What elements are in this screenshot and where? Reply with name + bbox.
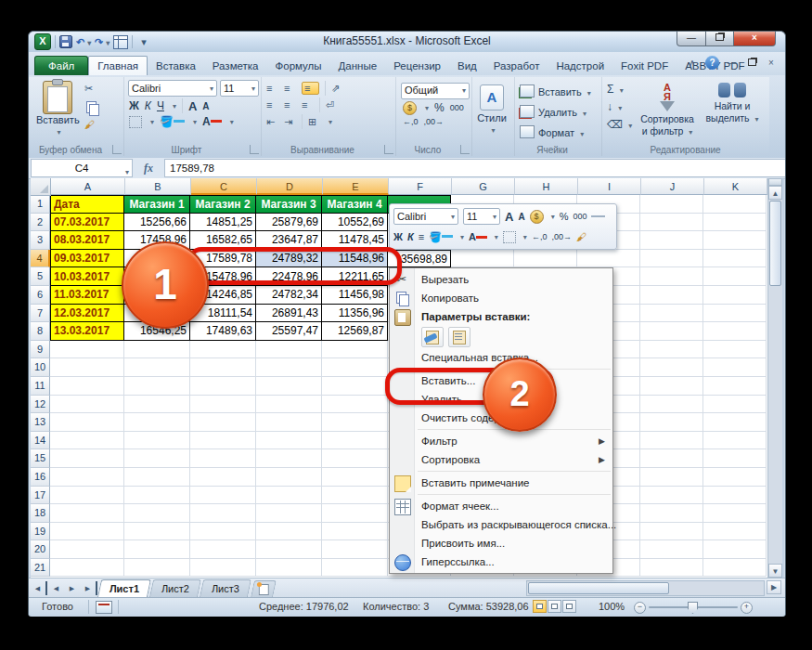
- zoom-level[interactable]: 100%: [599, 601, 625, 612]
- sheet-tab-Лист3[interactable]: Лист3: [200, 579, 251, 597]
- mini-shrink-font-button[interactable]: А: [518, 212, 524, 222]
- row-header-20[interactable]: 20: [31, 540, 50, 559]
- cell-K4[interactable]: [703, 250, 767, 268]
- find-select-button[interactable]: Найти и выделить ▾: [705, 83, 759, 124]
- scroll-up-icon[interactable]: ▲: [768, 186, 782, 200]
- increase-decimal-button[interactable]: ←,0: [403, 117, 419, 126]
- mini-fill-color-button[interactable]: 🪣: [429, 231, 453, 243]
- cell-J10[interactable]: [640, 358, 703, 377]
- formula-input[interactable]: 17589,78: [164, 159, 785, 177]
- cell-C20[interactable]: [190, 540, 256, 559]
- cell-E17[interactable]: [322, 487, 388, 505]
- row-header-12[interactable]: 12: [31, 396, 50, 414]
- cell-B2[interactable]: 15256,66: [124, 214, 190, 232]
- cell-K3[interactable]: [703, 231, 767, 250]
- cell-K11[interactable]: [703, 377, 767, 396]
- cell-B21[interactable]: [124, 559, 190, 578]
- collapse-ribbon-icon[interactable]: ∧: [686, 58, 699, 68]
- fx-icon[interactable]: fx: [133, 162, 164, 176]
- fill-color-button[interactable]: 🪣: [160, 115, 185, 128]
- zoom-in-icon[interactable]: +: [741, 602, 753, 614]
- cell-D19[interactable]: [256, 523, 322, 541]
- row-header-6[interactable]: 6: [31, 286, 50, 305]
- cell-D11[interactable]: [256, 377, 322, 396]
- cell-K18[interactable]: [703, 504, 767, 523]
- cell-C14[interactable]: [190, 432, 256, 450]
- cell-K19[interactable]: [703, 523, 767, 541]
- insert-cells-button[interactable]: Вставить ▾: [520, 84, 591, 98]
- first-sheet-icon[interactable]: ◀: [31, 581, 47, 595]
- dialog-launcher-icon[interactable]: [460, 145, 470, 154]
- cut-icon[interactable]: ✂: [84, 83, 99, 95]
- dialog-launcher-icon[interactable]: [384, 145, 393, 154]
- ribbon-tab[interactable]: Главная: [88, 56, 148, 75]
- column-header-D[interactable]: D: [257, 178, 323, 195]
- cell-K1[interactable]: [703, 195, 767, 214]
- row-header-15[interactable]: 15: [31, 449, 50, 468]
- cell-B17[interactable]: [124, 487, 190, 505]
- cell-A17[interactable]: [50, 487, 124, 505]
- row-header-19[interactable]: 19: [31, 523, 50, 541]
- percent-format-button[interactable]: %: [434, 101, 445, 114]
- cell-C9[interactable]: [190, 341, 256, 359]
- cell-D6[interactable]: 24782,34: [256, 286, 322, 305]
- paste-button[interactable]: Вставить▾: [36, 81, 79, 146]
- mini-font-select[interactable]: Calibri▾: [393, 208, 458, 225]
- cell-K15[interactable]: [703, 449, 767, 468]
- doc-close-icon[interactable]: ×: [765, 58, 778, 68]
- align-top-button[interactable]: ≡: [266, 83, 278, 94]
- cell-J17[interactable]: [640, 487, 703, 505]
- new-sheet-button[interactable]: [251, 580, 277, 597]
- cell-D2[interactable]: 25879,69: [256, 214, 322, 232]
- row-header-5[interactable]: 5: [31, 267, 50, 286]
- ribbon-tab[interactable]: Данные: [330, 57, 386, 75]
- ribbon-tab[interactable]: Формулы: [267, 57, 330, 75]
- cell-J8[interactable]: [640, 322, 703, 341]
- cell-D10[interactable]: [256, 358, 322, 377]
- cell-B10[interactable]: [124, 358, 190, 377]
- row-header-16[interactable]: 16: [31, 468, 50, 487]
- mini-format-painter-icon[interactable]: 🖌: [576, 231, 586, 242]
- mini-merge-icon[interactable]: [591, 215, 605, 217]
- cell-E13[interactable]: [322, 413, 388, 432]
- cell-E18[interactable]: [322, 504, 388, 523]
- merge-center-button[interactable]: ⊞: [308, 116, 320, 128]
- ribbon-tab[interactable]: Рецензир: [385, 57, 449, 75]
- cell-A10[interactable]: [50, 358, 124, 377]
- cell-E20[interactable]: [322, 540, 388, 559]
- mini-borders-button[interactable]: [503, 231, 516, 243]
- cell-C15[interactable]: [190, 449, 256, 468]
- cell-E21[interactable]: [322, 559, 388, 578]
- cell-J18[interactable]: [640, 504, 703, 523]
- doc-minimize-icon[interactable]: —: [726, 58, 739, 68]
- cell-J14[interactable]: [640, 432, 703, 450]
- cell-K16[interactable]: [703, 468, 767, 487]
- minimize-button[interactable]: —: [677, 32, 706, 46]
- cell-D18[interactable]: [256, 504, 322, 523]
- grow-font-button[interactable]: А: [188, 99, 197, 113]
- cell-K20[interactable]: [703, 540, 767, 559]
- scroll-down-icon[interactable]: ▼: [768, 564, 782, 578]
- cell-A11[interactable]: [50, 377, 124, 396]
- cell-C19[interactable]: [190, 523, 256, 541]
- cell-B18[interactable]: [124, 504, 190, 523]
- ribbon-tab[interactable]: Разработ: [485, 57, 548, 75]
- font-name-select[interactable]: Calibri▾: [128, 80, 217, 97]
- cell-J16[interactable]: [640, 468, 703, 487]
- mini-font-color-button[interactable]: A: [469, 231, 487, 242]
- ribbon-tab[interactable]: Вид: [449, 57, 485, 75]
- column-header-J[interactable]: J: [641, 178, 704, 195]
- font-color-button[interactable]: A: [202, 115, 222, 128]
- cell-K8[interactable]: [703, 322, 767, 341]
- menu-item[interactable]: Сортировка▶: [390, 450, 612, 469]
- cell-A3[interactable]: 08.03.2017: [50, 231, 124, 250]
- cell-C17[interactable]: [190, 487, 256, 505]
- cell-E16[interactable]: [322, 468, 388, 487]
- dialog-launcher-icon[interactable]: [250, 145, 259, 154]
- cell-K5[interactable]: [703, 267, 767, 286]
- row-header-1[interactable]: 1: [31, 195, 50, 214]
- cell-D12[interactable]: [256, 396, 322, 414]
- format-painter-icon[interactable]: 🖌: [84, 119, 99, 130]
- cell-E9[interactable]: [322, 341, 388, 359]
- paste-option-formatting-icon[interactable]: [421, 327, 444, 347]
